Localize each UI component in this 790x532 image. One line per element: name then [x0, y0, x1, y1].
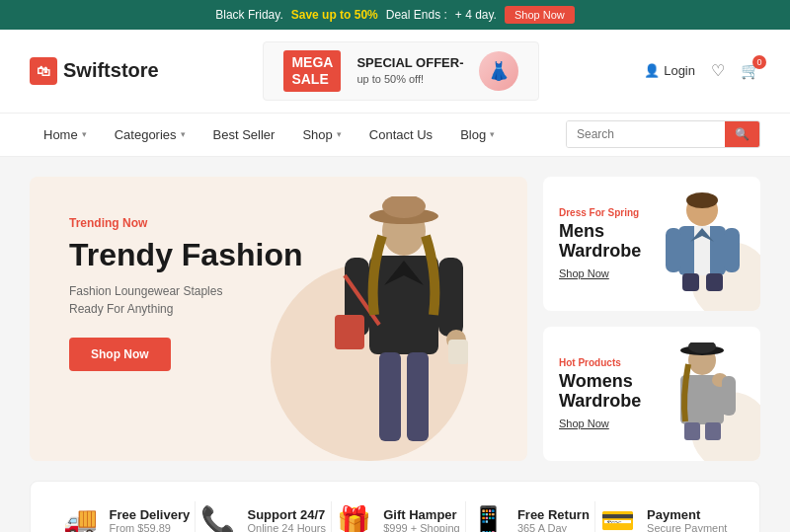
mega-sale-badge: MEGA SALE	[283, 50, 341, 92]
womens-card-title: Womens Wardrobe	[559, 372, 661, 412]
feature-support-text: Support 24/7 Online 24 Hours	[247, 507, 326, 532]
nav-item-shop[interactable]: Shop ▾	[288, 114, 355, 156]
mens-card-label: Dress For Spring	[559, 207, 661, 218]
feature-return-subtitle: 365 A Day	[517, 522, 590, 532]
svg-rect-29	[722, 376, 736, 416]
header: 🛍 Swiftstore MEGA SALE SPECIAL OFFER- up…	[0, 30, 790, 114]
mens-shop-now-link[interactable]: Shop Now	[559, 267, 661, 279]
feature-return-text: Free Return 365 A Day	[517, 507, 590, 532]
hero-person-image	[310, 196, 498, 461]
hero-banner: Trending Now Trendy Fashion Fashion Loun…	[30, 177, 527, 461]
header-banner: MEGA SALE SPECIAL OFFER- up to 50% off! …	[263, 41, 539, 101]
mega-sale-line1: MEGA	[291, 54, 333, 71]
mega-sale-line2: SALE	[291, 71, 333, 88]
feature-gift-title: Gift Hamper	[383, 507, 459, 522]
feature-return-title: Free Return	[517, 507, 590, 522]
navbar: Home ▾ Categories ▾ Best Seller Shop ▾ C…	[0, 114, 790, 157]
svg-rect-9	[448, 340, 468, 364]
user-icon: 👤	[644, 63, 660, 78]
nav-item-bestseller[interactable]: Best Seller	[199, 114, 289, 156]
announcement-timer: + 4 day.	[455, 8, 497, 22]
feature-payment: 💳 Payment Secure Payment	[600, 504, 727, 532]
nav-item-categories[interactable]: Categories ▾	[101, 114, 199, 156]
header-actions: 👤 Login ♡ 🛒 0	[644, 61, 760, 80]
nav-item-blog[interactable]: Blog ▾	[446, 114, 509, 156]
svg-rect-10	[379, 352, 401, 441]
offer-title: SPECIAL OFFER-	[356, 55, 463, 70]
feature-return: 📱 Free Return 365 A Day	[471, 504, 590, 532]
chevron-down-icon: ▾	[82, 129, 87, 139]
svg-rect-23	[706, 273, 723, 291]
womens-card-image	[661, 342, 745, 445]
announcement-prefix: Black Friday.	[215, 8, 282, 22]
chevron-down-icon: ▾	[490, 129, 495, 139]
hero-description: Fashion Loungewear Staples Ready For Any…	[69, 282, 247, 318]
logo-icon: 🛍	[30, 57, 57, 85]
return-icon: 📱	[471, 504, 506, 532]
feature-support-title: Support 24/7	[247, 507, 326, 522]
womens-shop-now-link[interactable]: Shop Now	[559, 418, 661, 429]
login-label: Login	[664, 63, 695, 78]
side-cards: Dress For Spring Mens Wardrobe Shop Now	[543, 177, 760, 461]
chevron-down-icon: ▾	[337, 129, 342, 139]
svg-rect-22	[682, 273, 699, 291]
login-button[interactable]: 👤 Login	[644, 63, 695, 78]
feature-divider-2	[331, 501, 332, 532]
nav-item-contact[interactable]: Contact Us	[356, 114, 446, 156]
nav-item-home[interactable]: Home ▾	[30, 114, 101, 156]
special-offer-text: SPECIAL OFFER- up to 50% off!	[356, 54, 463, 88]
feature-delivery: 🚚 Free Delivery From $59.89	[63, 504, 191, 532]
support-icon: 📞	[200, 504, 235, 532]
feature-delivery-text: Free Delivery From $59.89	[110, 507, 191, 532]
main-content: Trending Now Trendy Fashion Fashion Loun…	[0, 157, 790, 481]
feature-support-subtitle: Online 24 Hours	[247, 522, 326, 532]
mens-card-content: Dress For Spring Mens Wardrobe Shop Now	[559, 207, 661, 279]
feature-gift-text: Gift Hamper $999 + Shoping	[383, 507, 459, 532]
payment-icon: 💳	[600, 504, 635, 532]
features-bar: 🚚 Free Delivery From $59.89 📞 Support 24…	[30, 481, 760, 532]
announcement-bar: Black Friday. Save up to 50% Deal Ends :…	[0, 0, 790, 30]
feature-gift: 🎁 Gift Hamper $999 + Shoping	[337, 504, 459, 532]
feature-divider-1	[195, 501, 196, 532]
feature-payment-subtitle: Secure Payment	[647, 522, 727, 532]
svg-rect-13	[335, 315, 364, 349]
feature-delivery-title: Free Delivery	[110, 507, 191, 522]
announcement-highlight: Save up to 50%	[291, 8, 378, 22]
chevron-down-icon: ▾	[181, 129, 186, 139]
svg-point-15	[686, 192, 718, 208]
logo[interactable]: 🛍 Swiftstore	[30, 57, 159, 85]
wishlist-icon[interactable]: ♡	[711, 61, 725, 80]
search-bar: 🔍	[566, 120, 760, 148]
announcement-middle: Deal Ends :	[386, 8, 447, 22]
svg-rect-31	[705, 422, 721, 440]
svg-rect-11	[407, 352, 429, 441]
svg-rect-20	[666, 228, 681, 272]
feature-payment-text: Payment Secure Payment	[647, 507, 727, 532]
svg-rect-30	[684, 422, 700, 440]
feature-gift-subtitle: $999 + Shoping	[383, 522, 459, 532]
womens-card-label: Hot Products	[559, 357, 661, 368]
womens-wardrobe-card: Hot Products Womens Wardrobe Shop Now	[543, 327, 760, 461]
feature-divider-4	[594, 501, 595, 532]
mens-card-image	[661, 192, 745, 295]
nav-links: Home ▾ Categories ▾ Best Seller Shop ▾ C…	[30, 114, 509, 156]
search-button[interactable]: 🔍	[725, 121, 759, 147]
mens-wardrobe-card: Dress For Spring Mens Wardrobe Shop Now	[543, 177, 760, 311]
announcement-shop-button[interactable]: Shop Now	[505, 6, 575, 24]
mens-card-title: Mens Wardrobe	[559, 222, 661, 262]
svg-rect-21	[724, 228, 740, 272]
feature-payment-title: Payment	[647, 507, 727, 522]
logo-text: Swiftstore	[63, 59, 159, 82]
cart-icon[interactable]: 🛒 0	[741, 61, 760, 80]
feature-divider-3	[465, 501, 466, 532]
feature-support: 📞 Support 24/7 Online 24 Hours	[200, 504, 326, 532]
search-input[interactable]	[567, 121, 725, 147]
hero-shop-now-button[interactable]: Shop Now	[69, 338, 171, 371]
gift-icon: 🎁	[337, 504, 371, 532]
delivery-icon: 🚚	[63, 504, 98, 532]
cart-count: 0	[752, 55, 766, 69]
offer-desc: up to 50% off!	[356, 73, 424, 85]
banner-figure: 👗	[479, 51, 518, 91]
feature-delivery-subtitle: From $59.89	[110, 522, 191, 532]
svg-rect-7	[438, 258, 463, 337]
